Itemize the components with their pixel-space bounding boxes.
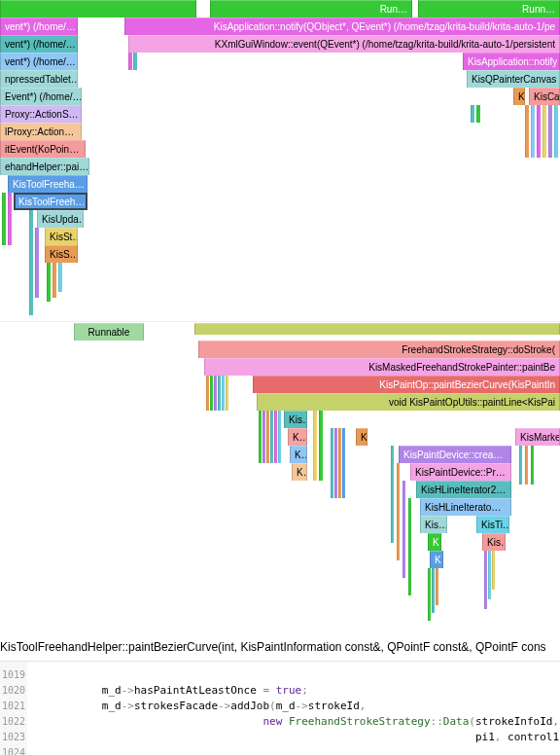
frame-hlineiterato[interactable]: KisHLineIterato… <box>420 498 511 516</box>
frame-k11a[interactable]: K <box>428 533 441 551</box>
frame-sliver[interactable] <box>218 376 221 411</box>
line-number: 1022 <box>0 714 27 730</box>
frame-appnotify-r[interactable]: KisApplication::notify(QObject*, QEvent*… <box>124 18 560 35</box>
frame-sliver[interactable] <box>206 376 209 411</box>
frame-freehandstroke[interactable]: FreehandStrokeStrategy::doStroke( <box>198 341 560 358</box>
frame-appnotify2[interactable]: KisApplication::notify <box>463 53 560 70</box>
frame-sliver[interactable] <box>8 193 12 245</box>
frame-kisst[interactable]: KisSt… <box>45 228 78 245</box>
frame-sliver[interactable] <box>338 428 341 498</box>
frame-kisti[interactable]: KisTi… <box>476 516 509 533</box>
frame-sliver[interactable] <box>488 551 491 599</box>
thread-runnable-a[interactable] <box>0 0 196 18</box>
frame-sliver[interactable] <box>270 411 273 463</box>
frame-sliver[interactable] <box>537 105 541 158</box>
runnable-label: Runn… <box>522 4 555 15</box>
frame-sliver[interactable] <box>428 568 431 621</box>
frame-proxy6[interactable]: lProxy::Action… <box>0 123 82 140</box>
frame-sliver[interactable] <box>342 428 345 498</box>
thread-runnable-b[interactable]: Run… <box>210 0 412 18</box>
frame-maskedpainter[interactable]: KisMaskedFreehandStrokePainter::paintBe <box>204 358 560 376</box>
frame-sliver[interactable] <box>436 568 438 605</box>
frame-sliver[interactable] <box>531 446 534 485</box>
frame-sliver[interactable] <box>133 53 137 70</box>
frame-paintop[interactable]: KisPaintOp::paintBezierCurve(KisPaintIn <box>253 376 560 393</box>
frame-kisca[interactable]: KisCa <box>529 88 560 105</box>
code-content[interactable]: m_d->hasPaintAtLeastOnce = true; m_d->st… <box>27 662 560 755</box>
source-panel: 101910201021102210231024 m_d->hasPaintAt… <box>0 661 560 755</box>
frame-appnotify-l[interactable]: vent*) (/home/… <box>0 18 78 35</box>
frame-event4-l[interactable]: Event*) (/home/… <box>0 88 82 105</box>
frame-kxml-r[interactable]: KXmlGuiWindow::event(QEvent*) (/home/tza… <box>128 35 560 53</box>
frame-sliver[interactable] <box>432 568 435 613</box>
frame-paintdevice-crea[interactable]: KisPaintDevice::crea… <box>399 446 511 463</box>
frame-sliver[interactable] <box>525 446 528 485</box>
frame-kis11b[interactable]: Kis… <box>482 533 506 551</box>
frame-sliver[interactable] <box>278 411 281 463</box>
thread-runnable-2b[interactable] <box>194 323 560 335</box>
frame-paintoputils[interactable]: void KisPaintOpUtils::paintLine<KisPai <box>257 393 560 411</box>
frame-kxml-l[interactable]: vent*) (/home/… <box>0 35 78 53</box>
frame-sliver[interactable] <box>262 411 265 463</box>
frame-kistoolfreehand1[interactable]: KisToolFreeha… <box>8 175 88 193</box>
frame-proxy5[interactable]: Proxy::ActionS… <box>0 105 82 123</box>
frame-tablet-l[interactable]: npressedTablet… <box>0 70 78 88</box>
frame-sliver[interactable] <box>128 53 132 70</box>
runnable-label: Runnable <box>88 327 130 338</box>
frame-k6a[interactable]: K… <box>290 446 307 463</box>
frame-k[interactable]: K <box>513 88 525 105</box>
frame-sliver[interactable] <box>29 210 33 315</box>
frame-sliver[interactable] <box>334 428 337 498</box>
frame-sliver[interactable] <box>259 411 262 463</box>
frame-paintdevice-pr[interactable]: KisPaintDevice::Pr… <box>410 463 511 481</box>
line-number: 1020 <box>0 683 27 699</box>
frame-ehandhelper[interactable]: ehandHelper::pai… <box>0 158 89 175</box>
frame-sliver[interactable] <box>222 376 225 411</box>
frame-sliver[interactable] <box>519 446 522 485</box>
thread-runnable-c[interactable]: Runn… <box>418 0 560 18</box>
frame-sliver[interactable] <box>548 105 552 158</box>
frame-sliver[interactable] <box>542 105 546 158</box>
frame-kiss[interactable]: KisS… <box>45 245 78 263</box>
frame-sliver[interactable] <box>531 105 535 158</box>
frame-kistoolfreehand-selected[interactable]: KisToolFreeh… <box>14 193 88 210</box>
thread-runnable-2[interactable]: Runnable <box>74 323 144 341</box>
frame-sliver[interactable] <box>402 481 405 578</box>
frame-sliver[interactable] <box>214 376 217 411</box>
frame-sliver[interactable] <box>397 463 400 560</box>
frame-sliver[interactable] <box>391 446 394 543</box>
frame-k7a[interactable]: K… <box>292 463 307 481</box>
frame-sliver[interactable] <box>47 263 51 302</box>
frame-sliver[interactable] <box>2 193 6 245</box>
frame-kismarke[interactable]: KisMarke <box>515 428 560 446</box>
frame-k12a[interactable]: K <box>430 551 443 568</box>
frame-kis10a[interactable]: Kis… <box>420 516 447 533</box>
frame-sliver[interactable] <box>210 376 213 411</box>
frame-sliver[interactable] <box>313 411 317 481</box>
frame-sliver[interactable] <box>476 105 480 123</box>
frame-sliver[interactable] <box>554 105 558 158</box>
frame-sliver[interactable] <box>484 551 487 609</box>
line-number: 1021 <box>0 699 27 714</box>
frame-hlineiter2[interactable]: KisHLineIterator2… <box>416 481 511 498</box>
frame-sliver[interactable] <box>408 498 411 595</box>
frame-sliver[interactable] <box>266 411 269 463</box>
frame-sliver[interactable] <box>52 263 56 298</box>
frame-sliver[interactable] <box>35 228 39 298</box>
frame-kisupda[interactable]: KisUpda… <box>37 210 84 228</box>
frame-kis4[interactable]: Kis… <box>284 411 307 428</box>
frame-sliver[interactable] <box>492 551 495 590</box>
frame-sliver[interactable] <box>58 263 62 292</box>
frame-sliver[interactable] <box>331 428 333 498</box>
frame-sliver[interactable] <box>525 105 529 158</box>
frame-kopoin[interactable]: itEvent(KoPoin… <box>0 140 86 158</box>
frame-sliver[interactable] <box>274 411 277 463</box>
line-number: 1024 <box>0 745 27 755</box>
frame-k5a[interactable]: K… <box>288 428 307 446</box>
frame-sliver[interactable] <box>471 105 474 123</box>
frame-sliver[interactable] <box>319 411 323 481</box>
frame-event-l[interactable]: vent*) (/home/… <box>0 53 78 70</box>
frame-sliver[interactable] <box>226 376 228 411</box>
frame-qpainter[interactable]: KisQPainterCanvas <box>467 70 560 88</box>
frame-k5b[interactable]: K <box>356 428 368 446</box>
